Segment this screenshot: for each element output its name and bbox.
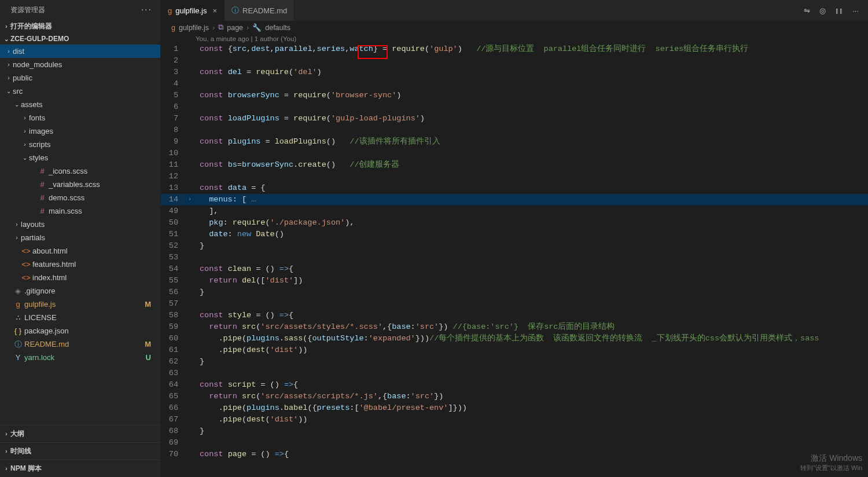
folder-item[interactable]: ›scripts (0, 138, 160, 151)
code-line[interactable]: 6 (161, 101, 868, 113)
code-line[interactable]: 54const clean = () =>{ (161, 263, 868, 275)
code-line[interactable]: 68} (161, 425, 868, 437)
code-line[interactable]: 69 (161, 437, 868, 449)
run-icon[interactable]: ◎ (819, 6, 826, 15)
code-line[interactable]: 61 .pipe(dest('dist')) (161, 344, 868, 356)
codelens[interactable]: You, a minute ago | 1 author (You) (161, 34, 868, 43)
item-label: main.scss (49, 207, 156, 215)
code-editor[interactable]: 1const {src,dest,parallel,series,watch} … (161, 43, 868, 460)
sidebar-more-icon[interactable]: ··· (141, 5, 152, 15)
npm-label: NPM 脚本 (10, 464, 42, 474)
code-line[interactable]: 49 ], (161, 206, 868, 217)
file-type-icon: g (168, 6, 172, 15)
highlight-annotation (358, 45, 388, 59)
code-line[interactable]: 11const bs=browserSync.create() //创建服务器 (161, 159, 868, 171)
breadcrumb[interactable]: g gulpfile.js › ⧉ page › 🔧 defaults (161, 21, 868, 34)
file-item[interactable]: <>features.html (0, 258, 160, 271)
file-item[interactable]: Yyarn.lockU (0, 351, 160, 364)
code-line[interactable]: 60 .pipe(plugins.sass({outputStyle:'expa… (161, 333, 868, 344)
open-editors-section[interactable]: › 打开的编辑器 (0, 20, 160, 33)
compare-icon[interactable]: ⇋ (804, 6, 810, 15)
file-item[interactable]: ⛬LICENSE (0, 311, 160, 324)
folder-item[interactable]: ›node_modules (0, 58, 160, 71)
folder-item[interactable]: ⌄src (0, 85, 160, 98)
line-number: 68 (161, 425, 184, 437)
code-line[interactable]: 9const plugins = loadPlugins() //该插件将所有插… (161, 136, 868, 148)
close-icon[interactable]: × (212, 6, 217, 15)
code-line[interactable]: 57 (161, 298, 868, 310)
file-item[interactable]: <>index.html (0, 271, 160, 284)
tab-actions: ⇋ ◎ ⫿⫿ ··· (804, 0, 868, 21)
code-line[interactable]: 1const {src,dest,parallel,series,watch} … (161, 43, 868, 55)
fold-toggle[interactable]: › (186, 194, 194, 206)
code-line[interactable]: 56} (161, 287, 868, 298)
code-line[interactable]: 50 pkg: require('./package.json'), (161, 217, 868, 229)
code-line[interactable]: 3const del = require('del') (161, 67, 868, 78)
item-label: dist (13, 47, 156, 56)
code-line[interactable]: 4 (161, 78, 868, 90)
folder-item[interactable]: ⌄styles (0, 151, 160, 164)
timeline-label: 时间线 (10, 446, 31, 456)
code-line[interactable]: 55 return del(['dist']) (161, 275, 868, 287)
timeline-section[interactable]: › 时间线 (0, 442, 160, 460)
code-line[interactable]: 58const style = () =>{ (161, 310, 868, 321)
file-item[interactable]: { }package.json (0, 324, 160, 337)
code-line[interactable]: 7const loadPlugins = require('gulp-load-… (161, 113, 868, 124)
code-line[interactable]: 51 date: new Date() (161, 229, 868, 240)
file-item[interactable]: ⓘREADME.mdM (0, 337, 160, 351)
code-container[interactable]: 1const {src,dest,parallel,series,watch} … (161, 43, 868, 477)
folder-item[interactable]: ›layouts (0, 218, 160, 231)
code-line[interactable]: 67 .pipe(dest('dist')) (161, 414, 868, 425)
file-tree[interactable]: ›dist›node_modules›public⌄src⌄assets›fon… (0, 45, 160, 425)
folder-item[interactable]: ⌄assets (0, 98, 160, 111)
code-line[interactable]: 65 return src('src/assets/scripts/*.js',… (161, 391, 868, 402)
split-editor-icon[interactable]: ⫿⫿ (835, 6, 843, 15)
file-type-icon: <> (21, 247, 31, 255)
sidebar-bottom: › 大纲 › 时间线 › NPM 脚本 (0, 425, 160, 477)
breadcrumb-file[interactable]: gulpfile.js (179, 24, 209, 32)
editor-tab[interactable]: ggulpfile.js× (161, 0, 225, 21)
npm-section[interactable]: › NPM 脚本 (0, 460, 160, 477)
code-line[interactable]: 10 (161, 148, 868, 159)
file-item[interactable]: #_variables.scss (0, 178, 160, 191)
line-number: 3 (161, 67, 184, 78)
code-line[interactable]: 5const browserSync = require('browser-sy… (161, 90, 868, 101)
project-section[interactable]: ⌄ ZCE-GULP-DEMO (0, 33, 160, 45)
folder-item[interactable]: ›images (0, 124, 160, 138)
code-line[interactable]: 64const script = () =>{ (161, 379, 868, 391)
code-line[interactable]: 13const data = { (161, 182, 868, 194)
file-item[interactable]: #demo.scss (0, 191, 160, 204)
file-item[interactable]: #main.scss (0, 204, 160, 218)
code-line[interactable]: 53 (161, 252, 868, 263)
code-line[interactable]: 12 (161, 171, 868, 182)
code-line[interactable]: 2 (161, 55, 868, 67)
file-type-icon: ⓘ (13, 339, 23, 350)
outline-section[interactable]: › 大纲 (0, 425, 160, 442)
code-line[interactable]: 14› menus: [ … (161, 194, 868, 206)
file-item[interactable]: ◈.gitignore (0, 284, 160, 298)
file-item[interactable]: <>about.html (0, 244, 160, 258)
folder-item[interactable]: ›fonts (0, 111, 160, 124)
code-content: .pipe(plugins.babel({presets:['@babel/pr… (194, 402, 467, 414)
code-line[interactable]: 8 (161, 124, 868, 136)
code-line[interactable]: 70const page = () =>{ (161, 449, 868, 460)
folder-item[interactable]: ›public (0, 71, 160, 85)
item-label: assets (21, 100, 156, 109)
folder-item[interactable]: ›partials (0, 231, 160, 244)
code-line[interactable]: 52} (161, 240, 868, 252)
breadcrumb-sym1[interactable]: page (227, 24, 243, 32)
git-status-badge: M (145, 300, 151, 309)
folder-item[interactable]: ›dist (0, 45, 160, 58)
code-line[interactable]: 59 return src('src/assets/styles/*.scss'… (161, 321, 868, 333)
code-line[interactable]: 66 .pipe(plugins.babel({presets:['@babel… (161, 402, 868, 414)
editor-tab[interactable]: ⓘREADME.md (225, 0, 295, 21)
breadcrumb-sym2[interactable]: defaults (265, 24, 290, 32)
more-actions-icon[interactable]: ··· (852, 6, 859, 15)
file-item[interactable]: #_icons.scss (0, 164, 160, 178)
item-label: package.json (24, 326, 156, 335)
code-line[interactable]: 62} (161, 356, 868, 368)
file-type-icon: Y (13, 353, 23, 362)
code-line[interactable]: 63 (161, 368, 868, 379)
file-item[interactable]: ggulpfile.jsM (0, 298, 160, 311)
line-number: 4 (161, 78, 184, 90)
